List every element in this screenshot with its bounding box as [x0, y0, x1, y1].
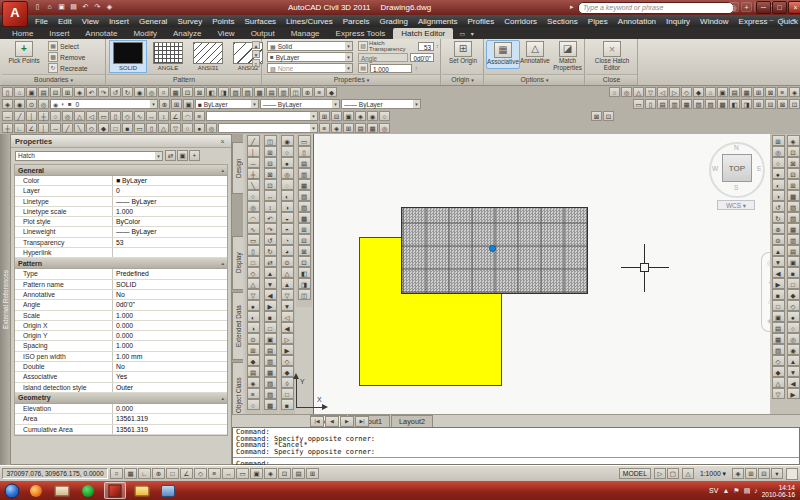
pattern-swatch-ansi32[interactable]: ANSI32 — [229, 40, 267, 73]
select-button[interactable]: ▦ Select — [48, 41, 104, 51]
toolbar-icon[interactable]: ◨ — [218, 87, 229, 97]
menu-item[interactable]: File — [30, 17, 53, 26]
modify-tool-icon[interactable]: ▤ — [264, 344, 277, 355]
taskbar-start-icon[interactable] — [3, 483, 20, 498]
draw-tool-icon[interactable]: ↔ — [146, 111, 157, 121]
menu-item[interactable]: General — [134, 17, 172, 26]
drafting-toggle-button[interactable]: ∠ — [180, 468, 193, 479]
right-tool-icon[interactable]: ◆ — [787, 289, 800, 300]
toolbar-icon[interactable]: ◫ — [290, 87, 301, 97]
ribbon-tab[interactable]: Output — [243, 28, 283, 39]
toolbar-icon[interactable]: ▦ — [741, 87, 752, 97]
status-tool-icon[interactable]: ⊞ — [745, 468, 757, 479]
menu-item[interactable]: Points — [207, 17, 239, 26]
recreate-button[interactable]: ↻ Recreate — [48, 63, 104, 73]
toolbar-icon[interactable]: ◈ — [74, 87, 85, 97]
osnap-tool-icon[interactable]: ◐ — [281, 190, 294, 201]
inquiry-tool-icon[interactable]: ⊡ — [298, 256, 311, 267]
osnap-tool-icon[interactable]: ◀ — [281, 322, 294, 333]
modify-tool-icon[interactable]: ▼ — [264, 278, 277, 289]
right-tool-icon[interactable]: ▣ — [772, 311, 785, 322]
property-value[interactable]: —— ByLayer — [113, 197, 227, 206]
osnap-tool-icon[interactable]: ◓ — [281, 223, 294, 234]
right-tool-icon[interactable]: ⊞ — [787, 179, 800, 190]
property-value[interactable]: ■ ByLayer — [113, 176, 227, 185]
osnap-tool-icon[interactable]: ⊙ — [281, 256, 294, 267]
toolbar-icon[interactable]: ▭ — [633, 99, 644, 109]
qat-icon[interactable]: ▯ — [32, 2, 43, 12]
viewcube-south[interactable]: S — [734, 184, 738, 191]
right-tool-icon[interactable]: ◎ — [787, 333, 800, 344]
toolbar-icon[interactable]: ⊞ — [62, 87, 73, 97]
layer-tool-icon[interactable]: ▣ — [183, 99, 194, 109]
toolbar-icon[interactable]: ⊠ — [194, 87, 205, 97]
osnap-tool-icon[interactable]: ● — [281, 157, 294, 168]
inquiry-tool-icon[interactable]: ▩ — [298, 212, 311, 223]
pattern-scroll-button[interactable]: ▲ — [252, 41, 260, 49]
viewport-tool-icon[interactable]: ▢ — [667, 468, 679, 479]
dimension-tool-icon[interactable]: ┼ — [2, 123, 13, 133]
modify-tool-icon[interactable]: ⇄ — [264, 256, 277, 267]
drafting-toggle-button[interactable]: ∟ — [138, 468, 151, 479]
modify-tool-icon[interactable]: ⊡ — [264, 179, 277, 190]
toolbar-icon[interactable]: ▽ — [645, 87, 656, 97]
draw-tool-icon[interactable]: ╱ — [14, 111, 25, 121]
right-tool-icon[interactable]: ⊕ — [772, 223, 785, 234]
pattern-scroll-button[interactable]: ▼ — [252, 50, 260, 58]
palette-side-tab[interactable]: Design — [232, 142, 243, 194]
toolbar-icon[interactable]: ⊡ — [603, 111, 614, 121]
modify-tool-icon[interactable]: ↕ — [264, 201, 277, 212]
osnap-tool-icon[interactable]: ■ — [281, 399, 294, 410]
right-tool-icon[interactable]: ◇ — [787, 300, 800, 311]
dimension-tool-icon[interactable]: ∟ — [14, 123, 25, 133]
toolbar-icon[interactable]: ⊠ — [777, 99, 788, 109]
toolbar-icon[interactable]: ▦ — [367, 123, 378, 133]
viewcube-east[interactable]: E — [757, 165, 761, 172]
menu-item[interactable]: Sections — [542, 17, 583, 26]
right-tool-icon[interactable]: ▤ — [772, 322, 785, 333]
right-tool-icon[interactable]: ▩ — [787, 190, 800, 201]
right-tool-icon[interactable]: ▦ — [787, 223, 800, 234]
toolbar-icon[interactable]: ▤ — [266, 87, 277, 97]
toolbar-icon[interactable]: ◈ — [331, 123, 342, 133]
draw-tool-icon[interactable]: ▤ — [247, 366, 260, 377]
viewcube[interactable]: TOP — [722, 154, 752, 182]
property-value[interactable]: SOLID — [113, 280, 227, 289]
status-tool-icon[interactable]: ▾ — [771, 468, 783, 479]
menu-item[interactable]: Survey — [172, 17, 207, 26]
modify-tool-icon[interactable]: ↷ — [264, 223, 277, 234]
property-value[interactable]: No — [113, 362, 227, 371]
linetype-dropdown[interactable]: —— ByLayer▾ — [260, 99, 340, 109]
search-input[interactable]: Type a keyword or phrase — [578, 2, 734, 14]
toolbar-icon[interactable]: ◧ — [729, 99, 740, 109]
ribbon-tab[interactable]: Manage — [283, 28, 328, 39]
draw-tool-icon[interactable]: □ — [247, 256, 260, 267]
hatch-color-dropdown[interactable]: ■ ByLayer▾ — [267, 52, 353, 62]
right-tool-icon[interactable]: ▲ — [787, 355, 800, 366]
draw-tool-icon[interactable]: ○ — [247, 399, 260, 410]
inquiry-tool-icon[interactable]: ▦ — [298, 179, 311, 190]
dimension-tool-icon[interactable]: ○ — [182, 123, 193, 133]
dimension-tool-icon[interactable]: ▽ — [170, 123, 181, 133]
menu-item[interactable]: Lines/Curves — [281, 17, 338, 26]
draw-tool-icon[interactable]: ╱ — [247, 135, 260, 146]
dimension-tool-icon[interactable]: □ — [110, 123, 121, 133]
drawing-window-control[interactable]: × — [789, 16, 798, 25]
right-tool-icon[interactable]: ▧ — [787, 212, 800, 223]
qat-icon[interactable]: ▣ — [56, 2, 67, 12]
draw-tool-icon[interactable]: ▽ — [247, 289, 260, 300]
property-value[interactable]: 1.000 — [113, 341, 227, 350]
menu-item[interactable]: Annotation — [613, 17, 661, 26]
qat-icon[interactable]: ◈ — [104, 2, 115, 12]
tray-icon[interactable]: ♪ — [754, 487, 758, 495]
osnap-tool-icon[interactable]: ○ — [281, 146, 294, 157]
ribbon-tab[interactable]: Insert — [41, 28, 77, 39]
right-tool-icon[interactable]: ◑ — [772, 190, 785, 201]
palette-section-header[interactable]: General▴ — [15, 165, 227, 176]
menu-item[interactable]: Inquiry — [661, 17, 695, 26]
draw-tool-icon[interactable]: ─ — [2, 111, 13, 121]
right-tool-icon[interactable]: ⊠ — [787, 157, 800, 168]
palette-tool-icon[interactable]: ▣ — [177, 150, 188, 161]
layer-tool-icon[interactable]: ◎ — [38, 99, 49, 109]
right-tool-icon[interactable]: ○ — [787, 322, 800, 333]
